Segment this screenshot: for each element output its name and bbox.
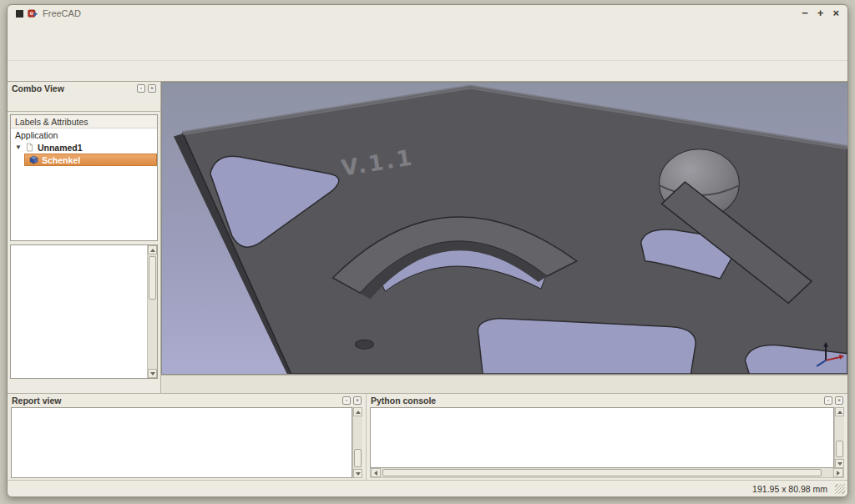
toolbar-partdesign-sketcher xyxy=(8,61,847,82)
property-editor xyxy=(11,245,147,378)
scroll-up-icon xyxy=(148,245,157,255)
document-icon xyxy=(25,143,34,152)
tree-header: Labels & Attributes xyxy=(11,115,157,129)
combo-view-tabs xyxy=(8,95,160,112)
dock-close-icon[interactable]: × xyxy=(148,84,156,93)
model-tree: Labels & Attributes Application ▼ Unname… xyxy=(10,114,158,241)
tree-expand-caret[interactable]: ▼ xyxy=(15,144,22,151)
property-scrollbar[interactable] xyxy=(147,245,157,378)
status-bar: 191.95 x 80.98 mm xyxy=(8,480,847,496)
3d-viewport[interactable]: V.1.1 xyxy=(161,82,847,375)
title-bar[interactable]: FreeCAD − + × xyxy=(8,5,847,22)
maximize-button[interactable]: + xyxy=(817,8,824,19)
tree-item-document[interactable]: ▼ Unnamed1 xyxy=(11,141,157,154)
tree-item-schenkel[interactable]: Schenkel xyxy=(24,154,157,166)
dock-float-icon[interactable]: ▫ xyxy=(137,84,145,93)
dock-close-icon[interactable]: × xyxy=(353,396,362,405)
menu-bar xyxy=(8,22,847,38)
body-cube-icon xyxy=(29,155,38,164)
report-view-title: Report view xyxy=(12,396,62,406)
view-data-tabs xyxy=(10,379,158,393)
dock-close-icon[interactable]: × xyxy=(835,396,843,405)
dock-float-icon[interactable]: ▫ xyxy=(342,396,351,405)
freecad-window: FreeCAD − + × Combo View ▫ × Labels & At… xyxy=(7,4,848,497)
scroll-down-icon xyxy=(353,469,362,478)
3d-model-schenkel[interactable]: V.1.1 xyxy=(162,83,847,374)
python-hscrollbar[interactable] xyxy=(370,468,844,478)
dock-float-icon[interactable]: ▫ xyxy=(824,396,832,405)
scroll-down-icon xyxy=(835,459,844,468)
minimize-button[interactable]: − xyxy=(802,8,808,19)
report-view-log[interactable] xyxy=(11,407,352,478)
scroll-up-icon xyxy=(835,407,844,416)
window-menu-icon[interactable] xyxy=(16,10,23,18)
python-console-panel: Python console ▫ × xyxy=(367,394,847,480)
report-scrollbar[interactable] xyxy=(352,407,362,478)
combo-view-title: Combo View xyxy=(12,83,64,93)
python-console-log[interactable] xyxy=(370,407,834,468)
python-console-title: Python console xyxy=(371,396,436,406)
window-title: FreeCAD xyxy=(43,8,81,18)
tree-item-application[interactable]: Application xyxy=(11,129,157,141)
scroll-up-icon xyxy=(353,407,362,416)
combo-view-panel: Combo View ▫ × Labels & Attributes Appli… xyxy=(8,82,161,393)
scroll-left-icon xyxy=(371,468,381,477)
document-tabs xyxy=(161,375,847,393)
scroll-right-icon xyxy=(833,468,843,477)
resize-grip[interactable] xyxy=(835,484,845,494)
scroll-down-icon xyxy=(148,369,157,378)
python-scrollbar[interactable] xyxy=(834,407,844,468)
report-view-panel: Report view ▫ × xyxy=(8,394,367,480)
freecad-logo-icon xyxy=(28,8,38,19)
dimensions-readout: 191.95 x 80.98 mm xyxy=(752,484,847,494)
toolbar-file-view xyxy=(8,38,847,61)
close-button[interactable]: × xyxy=(832,8,839,19)
